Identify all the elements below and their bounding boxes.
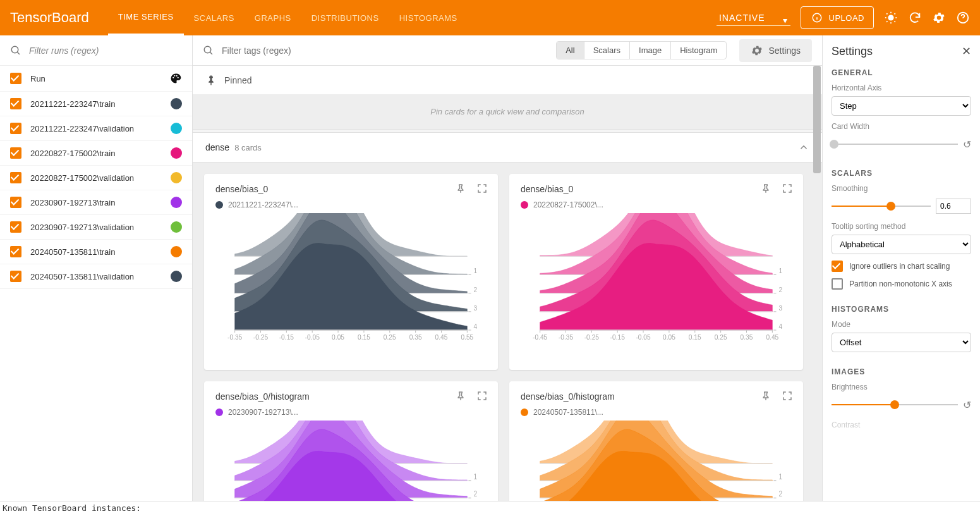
card-run-row: 20211221-223247\... — [215, 200, 487, 209]
run-row[interactable]: 20211221-223247\validation — [0, 116, 192, 141]
gear-icon — [751, 44, 763, 57]
settings-toggle-button[interactable]: Settings — [739, 39, 812, 62]
tab-graphs[interactable]: GRAPHS — [245, 0, 301, 35]
svg-text:0.45: 0.45 — [435, 334, 448, 341]
section-general: GENERAL — [832, 68, 971, 77]
svg-text:0.25: 0.25 — [715, 334, 727, 341]
scrollbar-thumb[interactable] — [813, 66, 821, 173]
chip-scalars[interactable]: Scalars — [584, 42, 630, 59]
upload-label: UPLOAD — [829, 13, 864, 23]
plugin-select-value: INACTIVE — [719, 13, 765, 23]
run-checkbox[interactable] — [10, 197, 21, 208]
svg-text:0.45: 0.45 — [766, 334, 778, 341]
main-scroll[interactable]: Pinned Pin cards for a quick view and co… — [193, 66, 822, 501]
reset-icon[interactable]: ↺ — [963, 399, 971, 411]
checkbox-outline-icon[interactable] — [832, 278, 843, 290]
run-dot-icon — [521, 408, 528, 416]
tab-histograms[interactable]: HISTOGRAMS — [389, 0, 468, 35]
run-row[interactable]: 20230907-192713\validation — [0, 215, 192, 240]
group-header-dense[interactable]: dense 8 cards — [193, 132, 822, 163]
pinned-hint: Pin cards for a quick view and compariso… — [193, 94, 822, 130]
input-smoothing[interactable] — [936, 199, 971, 214]
runs-filter-input[interactable] — [29, 46, 182, 56]
label-contrast: Contrast — [832, 421, 971, 429]
svg-text:0.15: 0.15 — [689, 334, 701, 341]
run-color-swatch[interactable] — [171, 197, 182, 208]
checkbox-icon[interactable] — [832, 261, 843, 272]
svg-text:2: 2 — [474, 489, 478, 498]
slider-brightness[interactable] — [832, 395, 958, 414]
check-ignore-outliers[interactable]: Ignore outliers in chart scaling — [832, 261, 971, 272]
run-row[interactable]: 20220827-175002\validation — [0, 166, 192, 190]
run-color-swatch[interactable] — [171, 221, 182, 233]
run-checkbox[interactable] — [10, 147, 21, 159]
run-row[interactable]: 20220827-175002\train — [0, 141, 192, 166]
run-checkbox[interactable] — [10, 98, 21, 109]
run-row[interactable]: 20240507-135811\validation — [0, 264, 192, 289]
select-tooltip-sort[interactable]: Alphabetical — [832, 235, 971, 254]
run-checkbox[interactable] — [10, 221, 21, 233]
settings-panel-title: Settings — [832, 45, 873, 58]
svg-line-11 — [895, 13, 895, 14]
chip-all[interactable]: All — [557, 42, 584, 59]
run-label: 20220827-175002\validation — [30, 173, 162, 183]
run-row[interactable]: 20230907-192713\train — [0, 190, 192, 215]
info-icon — [810, 11, 824, 25]
settings-gear-icon[interactable] — [932, 11, 946, 25]
run-color-swatch[interactable] — [171, 271, 182, 282]
slider-smoothing[interactable] — [832, 197, 931, 216]
app-header: TensorBoard TIME SERIES SCALARS GRAPHS D… — [0, 0, 980, 35]
chip-histogram[interactable]: Histogram — [671, 42, 726, 59]
run-label: 20220827-175002\train — [30, 149, 162, 158]
help-icon[interactable] — [956, 11, 970, 25]
settings-panel: Settings ✕ GENERAL Horizontal Axis Step … — [822, 35, 980, 501]
card-run-row: 20240507-135811\... — [521, 408, 792, 417]
run-checkbox[interactable] — [10, 172, 21, 183]
pin-icon[interactable] — [760, 183, 771, 194]
svg-point-19 — [178, 77, 179, 78]
fullscreen-icon[interactable] — [476, 390, 488, 402]
fullscreen-icon[interactable] — [476, 183, 488, 194]
close-icon[interactable]: ✕ — [962, 44, 971, 58]
theme-toggle-icon[interactable] — [884, 11, 898, 25]
palette-icon[interactable] — [169, 72, 182, 85]
plugin-select[interactable]: INACTIVE ▾ — [717, 10, 790, 26]
section-images: IMAGES — [832, 367, 971, 376]
select-hist-mode[interactable]: Offset — [832, 333, 971, 352]
tab-scalars[interactable]: SCALARS — [184, 0, 245, 35]
run-color-swatch[interactable] — [171, 172, 182, 183]
run-checkbox[interactable] — [10, 246, 21, 257]
run-dot-icon — [521, 201, 528, 209]
run-color-swatch[interactable] — [171, 147, 182, 159]
chevron-up-icon[interactable] — [798, 142, 809, 153]
reset-icon[interactable]: ↺ — [963, 138, 971, 150]
upload-button[interactable]: UPLOAD — [801, 6, 874, 29]
pin-icon[interactable] — [455, 390, 466, 402]
run-color-swatch[interactable] — [171, 98, 182, 109]
tags-filter-input[interactable] — [222, 46, 475, 56]
svg-point-14 — [11, 46, 18, 53]
tab-time-series[interactable]: TIME SERIES — [108, 0, 184, 35]
fullscreen-icon[interactable] — [782, 183, 793, 194]
run-header-checkbox[interactable] — [10, 73, 21, 84]
reload-icon[interactable] — [908, 11, 922, 25]
run-checkbox[interactable] — [10, 123, 21, 134]
run-checkbox[interactable] — [10, 271, 21, 282]
run-color-swatch[interactable] — [171, 123, 182, 134]
runs-filter-row — [0, 35, 192, 66]
slider-card-width[interactable] — [832, 135, 958, 154]
svg-text:-0.25: -0.25 — [253, 334, 269, 341]
svg-text:0.15: 0.15 — [358, 334, 370, 341]
chip-image[interactable]: Image — [630, 42, 671, 59]
tab-distributions[interactable]: DISTRIBUTIONS — [301, 0, 389, 35]
pin-icon[interactable] — [760, 390, 771, 402]
run-row[interactable]: 20211221-223247\train — [0, 92, 192, 116]
footer-console: Known TensorBoard instances: — [0, 501, 980, 516]
select-horizontal-axis[interactable]: Step — [832, 96, 971, 116]
check-partition-x[interactable]: Partition non-monotonic X axis — [832, 278, 971, 290]
run-color-swatch[interactable] — [171, 246, 182, 257]
run-row[interactable]: 20240507-135811\train — [0, 240, 192, 264]
fullscreen-icon[interactable] — [782, 390, 793, 402]
run-label: 20211221-223247\validation — [30, 124, 162, 133]
pin-icon[interactable] — [455, 183, 466, 194]
